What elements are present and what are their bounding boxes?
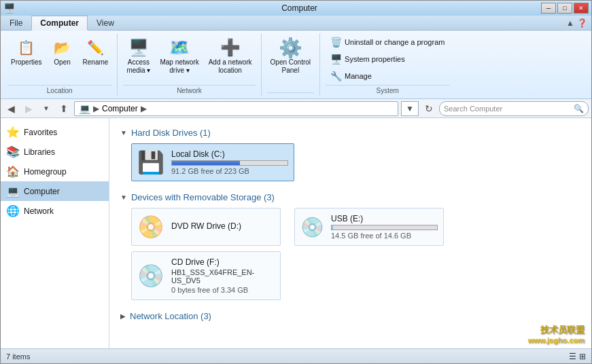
local-disk-c-icon: 💾	[137, 149, 164, 175]
rename-button[interactable]: ✏️ Rename	[80, 35, 112, 69]
removable-title: Devices with Removable Storage (3)	[131, 192, 275, 202]
system-group: 🗑️ Uninstall or change a program 🖥️ Syst…	[320, 33, 455, 96]
network-location-title: Network Location (3)	[130, 311, 211, 321]
manage-icon: 🔧	[330, 71, 342, 81]
hard-disk-arrow[interactable]: ▼	[120, 129, 127, 136]
cd-f-label: HB1_SSS_X64FRE_EN-US_DV5	[171, 268, 275, 285]
breadcrumb-arrow: ▶	[141, 104, 147, 113]
rename-label: Rename	[83, 58, 109, 67]
local-disk-c-item[interactable]: 💾 Local Disk (C:) 91.2 GB free of 223 GB	[131, 143, 294, 181]
address-path[interactable]: 💻 ▶ Computer ▶	[74, 101, 398, 116]
favorites-icon: ⭐	[6, 126, 20, 139]
view-details[interactable]: ⊞	[579, 352, 586, 361]
network-label: Network	[24, 206, 54, 216]
local-disk-c-info: Local Disk (C:) 91.2 GB free of 223 GB	[171, 149, 288, 175]
back-button[interactable]: ◀	[3, 101, 18, 116]
favorites-label: Favorites	[24, 128, 57, 137]
usb-e-info: USB (E:) 14.5 GB free of 14.6 GB	[331, 214, 438, 240]
search-box[interactable]: Search Computer 🔍	[439, 101, 589, 116]
sidebar-item-computer[interactable]: 💻 Computer	[1, 181, 109, 201]
uninstall-label: Uninstall or change a program	[345, 38, 445, 46]
sidebar-item-libraries[interactable]: 📚 Libraries	[1, 142, 109, 162]
homegroup-label: Homegroup	[24, 167, 67, 177]
system-properties-button[interactable]: 🖥️ System properties	[326, 52, 449, 67]
dvd-rw-item[interactable]: 📀 DVD RW Drive (D:)	[131, 208, 281, 246]
system-group-label: System	[326, 85, 449, 94]
ribbon-tab-bar: File Computer View ▲ ❓	[1, 16, 591, 31]
network-location-arrow[interactable]: ▶	[120, 312, 126, 320]
usb-e-icon: 💿	[300, 216, 324, 238]
properties-icon: 📋	[16, 37, 37, 58]
map-network-label: Map networkdrive ▾	[160, 58, 198, 75]
maximize-button[interactable]: □	[557, 3, 572, 14]
homegroup-icon: 🏠	[6, 165, 20, 178]
hard-disk-grid: 💾 Local Disk (C:) 91.2 GB free of 223 GB	[131, 143, 580, 181]
map-network-button[interactable]: 🗺️ Map networkdrive ▾	[156, 35, 202, 77]
ribbon-help-arrow[interactable]: ▲	[566, 18, 574, 28]
usb-e-fill	[332, 225, 333, 230]
sidebar-item-network[interactable]: 🌐 Network	[1, 201, 109, 221]
status-bar: 7 items ☰ ⊞	[1, 348, 591, 363]
dvd-rw-info: DVD RW Drive (D:)	[171, 221, 275, 232]
cd-f-icon: 💿	[137, 263, 164, 289]
ribbon-help-btn[interactable]: ❓	[577, 18, 587, 28]
usb-e-item[interactable]: 💿 USB (E:) 14.5 GB free of 14.6 GB	[294, 208, 444, 246]
ribbon: File Computer View ▲ ❓ 📋 Properties 📂	[1, 16, 591, 99]
window-controls: ─ □ ✕	[541, 3, 589, 14]
title-bar: 🖥️ Computer ─ □ ✕	[1, 1, 591, 16]
dropdown-button[interactable]: ▼	[39, 101, 54, 116]
network-group-label: Network	[123, 85, 255, 94]
removable-row1: 📀 DVD RW Drive (D:) 💿 USB (E:)	[131, 208, 580, 246]
tab-computer[interactable]: Computer	[31, 16, 88, 31]
add-network-button[interactable]: ➕ Add a networklocation	[205, 35, 256, 77]
view-icons[interactable]: ☰	[569, 352, 576, 361]
up-button[interactable]: ⬆	[56, 101, 71, 116]
open-control-panel-button[interactable]: ⚙️ Open ControlPanel	[267, 35, 314, 77]
sidebar-item-homegroup[interactable]: 🏠 Homegroup	[1, 162, 109, 181]
control-panel-icon: ⚙️	[279, 37, 301, 58]
manage-button[interactable]: 🔧 Manage	[326, 69, 449, 84]
system-properties-label: System properties	[345, 55, 405, 63]
tab-view[interactable]: View	[88, 16, 123, 30]
sidebar: ⭐ Favorites 📚 Libraries 🏠 Homegroup 💻 Co…	[1, 118, 109, 348]
minimize-button[interactable]: ─	[541, 3, 556, 14]
control-panel-group: ⚙️ Open ControlPanel	[262, 33, 320, 96]
network-location-header: ▶ Network Location (3)	[120, 311, 580, 321]
network-group: 🖥️ Accessmedia ▾ 🗺️ Map networkdrive ▾ ➕…	[118, 33, 261, 96]
ribbon-content: 📋 Properties 📂 Open ✏️ Rename Location	[1, 31, 591, 98]
content-area: ▼ Hard Disk Drives (1) 💾 Local Disk (C:)…	[109, 118, 591, 348]
system-properties-icon: 🖥️	[330, 54, 342, 65]
main-area: ⭐ Favorites 📚 Libraries 🏠 Homegroup 💻 Co…	[1, 118, 591, 348]
open-button[interactable]: 📂 Open	[48, 35, 77, 69]
location-group-items: 📋 Properties 📂 Open ✏️ Rename	[7, 35, 111, 84]
cd-f-item[interactable]: 💿 CD Drive (F:) HB1_SSS_X64FRE_EN-US_DV5…	[131, 251, 281, 300]
refresh-button[interactable]: ↻	[421, 101, 436, 116]
location-group: 📋 Properties 📂 Open ✏️ Rename Location	[2, 33, 118, 96]
cd-f-name: CD Drive (F:)	[171, 257, 275, 267]
close-button[interactable]: ✕	[574, 3, 589, 14]
local-disk-c-fill	[172, 161, 240, 165]
properties-button[interactable]: 📋 Properties	[7, 35, 46, 69]
network-group-items: 🖥️ Accessmedia ▾ 🗺️ Map networkdrive ▾ ➕…	[123, 35, 255, 84]
control-panel-label: Open ControlPanel	[271, 58, 311, 75]
breadcrumb-computer: Computer	[102, 104, 138, 113]
network-icon: 🌐	[6, 204, 20, 217]
add-network-label: Add a networklocation	[209, 58, 252, 75]
libraries-icon: 📚	[6, 145, 20, 158]
cd-f-info: CD Drive (F:) HB1_SSS_X64FRE_EN-US_DV5 0…	[171, 257, 275, 294]
forward-button[interactable]: ▶	[21, 101, 36, 116]
status-bar-right: ☰ ⊞	[569, 352, 586, 361]
computer-sidebar-icon: 💻	[6, 185, 20, 198]
system-group-items: 🗑️ Uninstall or change a program 🖥️ Syst…	[326, 35, 449, 84]
access-media-button[interactable]: 🖥️ Accessmedia ▾	[123, 35, 154, 77]
tab-file[interactable]: File	[1, 16, 31, 30]
uninstall-button[interactable]: 🗑️ Uninstall or change a program	[326, 35, 449, 50]
address-dropdown-arrow[interactable]: ▼	[401, 101, 419, 116]
dvd-rw-icon: 📀	[137, 214, 164, 240]
sidebar-item-favorites[interactable]: ⭐ Favorites	[1, 122, 109, 142]
hard-disk-title: Hard Disk Drives (1)	[131, 128, 211, 138]
removable-arrow[interactable]: ▼	[120, 194, 127, 201]
removable-grid: 📀 DVD RW Drive (D:) 💿 USB (E:)	[131, 208, 580, 300]
properties-label: Properties	[11, 58, 42, 67]
uninstall-icon: 🗑️	[330, 37, 342, 48]
